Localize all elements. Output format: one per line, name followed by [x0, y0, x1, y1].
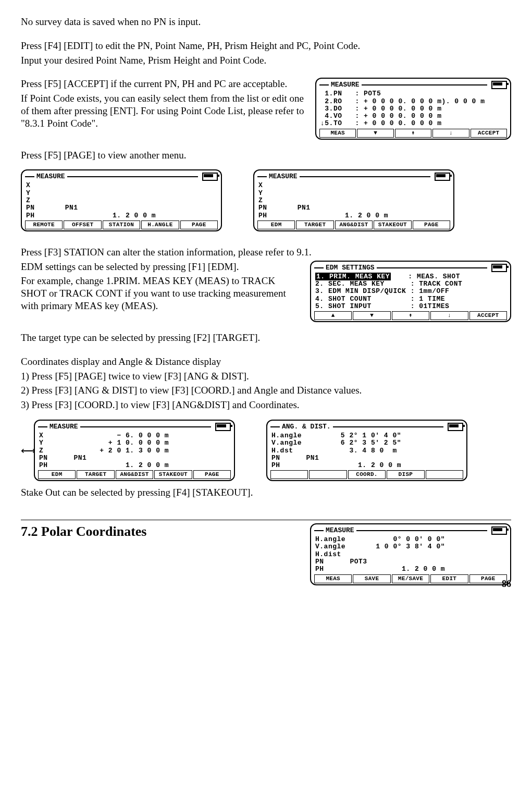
softkey-angdist[interactable]: ANG&DIST: [116, 470, 153, 479]
lcd-row: 3. EDM MIN DISP/QUICK : 1mm/OFF: [315, 288, 506, 295]
softkey-coord[interactable]: COORD.: [348, 470, 386, 479]
lcd-title: ANG. & DIST.: [282, 423, 331, 431]
softkey-hangle[interactable]: H.ANGLE: [141, 220, 179, 229]
softkey-top[interactable]: ↟: [392, 311, 429, 320]
lcd-row: X: [258, 182, 449, 189]
lcd-row: 5. SHOT INPUT : 01TIMES: [315, 303, 506, 310]
screenshot-edm-settings: EDM SETTINGS 1. PRIM. MEAS KEY : MEAS. S…: [310, 261, 511, 322]
lcd-row: Z + 2 0 1. 3 0 0 m: [39, 447, 230, 455]
para: For example, change 1.PRIM. MEAS KEY (ME…: [21, 275, 300, 312]
softkey-meas[interactable]: MEAS: [319, 129, 356, 138]
lcd-row: 4. SHOT COUNT : 1 TIME: [315, 296, 506, 303]
para: Coordinates display and Angle & Distance…: [21, 355, 511, 368]
softkey-station[interactable]: STATION: [103, 220, 140, 229]
screenshot-measure-list: MEASURE 1.PN : POT5 2.RO : + 0 0 0 0. 0 …: [315, 78, 511, 139]
softkey-edit[interactable]: EDIT: [430, 574, 468, 583]
softkey-offset[interactable]: OFFSET: [64, 220, 101, 229]
lcd-row: PH 1. 2 0 0 m: [315, 566, 506, 573]
para: Input your desired Point Name, Prism Hei…: [21, 54, 511, 67]
softkey-stakeout[interactable]: STAKEOUT: [154, 470, 192, 479]
para: Press [F5] [ACCEPT] if the current PN, P…: [21, 78, 305, 90]
lcd-row: PN PN1: [39, 455, 230, 462]
lcd-row: Z: [26, 197, 217, 204]
para: The target type can be selected by press…: [21, 332, 511, 344]
lcd-row: PH 1. 2 0 0 m: [26, 212, 217, 219]
lcd-row: H.angle 0° 0 0′ 0 0″: [315, 536, 506, 543]
lcd-row: 2. SEC. MEAS KEY : TRACK CONT: [315, 280, 506, 288]
para: Press [F3] STATION can alter the station…: [21, 246, 511, 259]
lcd-row: V.angle 6 2° 3 5′ 2 5″: [271, 439, 462, 447]
lcd-row: PH 1. 2 0 0 m: [258, 212, 449, 219]
softkey-accept[interactable]: ACCEPT: [469, 311, 507, 320]
battery-icon: [491, 526, 507, 535]
lcd-title: MEASURE: [50, 423, 78, 431]
lcd-row: PN PN1: [271, 455, 462, 462]
screenshot-measure-polar: MEASURE H.angle 0° 0 0′ 0 0″ V.angle 1 0…: [310, 523, 511, 585]
softkey-meas[interactable]: MEAS: [314, 574, 352, 583]
para: EDM settings can be selected by pressing…: [21, 261, 300, 273]
screenshot-measure-coord: MEASURE X − 6. 0 0 0 m Y + 1 0. 0 0 0 m …: [34, 420, 235, 481]
lcd-title: MEASURE: [36, 173, 65, 180]
lcd-row: X − 6. 0 0 0 m: [39, 432, 230, 439]
lcd-row: PH 1. 2 0 0 m: [39, 462, 230, 469]
softkey-mesave[interactable]: ME/SAVE: [392, 574, 429, 583]
softkey-empty: [309, 470, 347, 479]
lcd-row: PN PN1: [26, 204, 217, 212]
softkey-page[interactable]: PAGE: [193, 470, 231, 479]
lcd-row: 1.PN : POT5: [320, 90, 506, 97]
softkey-target[interactable]: TARGET: [296, 220, 333, 229]
para: Press [F5] [PAGE] to view another menu.: [21, 149, 511, 162]
battery-icon: [215, 423, 231, 431]
softkey-empty: [270, 470, 308, 479]
lcd-row: Y + 1 0. 0 0 0 m: [39, 439, 230, 447]
softkey-remote[interactable]: REMOTE: [25, 220, 63, 229]
softkey-empty: [426, 470, 463, 479]
lcd-row: X: [26, 182, 217, 189]
lcd-row: V.angle 1 0 0° 3 8′ 4 0″: [315, 543, 506, 550]
lcd-row: PN POT3: [315, 558, 506, 566]
softkey-angdist[interactable]: ANG&DIST: [335, 220, 373, 229]
lcd-row: H.dst 3. 4 8 0 m: [271, 447, 462, 455]
para: If Point Code exists, you can easily sel…: [21, 92, 305, 129]
softkey-up[interactable]: ▲: [314, 311, 352, 320]
lcd-row: Y: [26, 190, 217, 197]
softkey-edm[interactable]: EDM: [257, 220, 295, 229]
lcd-row: 2.RO : + 0 0 0 0. 0 0 0 m). 0 0 0 m: [320, 98, 506, 105]
softkey-up[interactable]: ↟: [395, 129, 431, 138]
softkey-accept[interactable]: ACCEPT: [471, 129, 507, 138]
para: 3) Press [F3] [COORD.] to view [F3] [ANG…: [21, 399, 511, 411]
lcd-row: H.dist: [315, 551, 506, 558]
para: 2) Press [F3] [ANG & DIST] to view [F3] …: [21, 384, 511, 397]
lcd-row: Y: [258, 190, 449, 197]
softkey-bottom[interactable]: ↓: [430, 311, 468, 320]
para: No survey data is saved when no PN is in…: [21, 16, 511, 28]
para: 1) Press [F5] [PAGE] twice to view [F3] …: [21, 370, 511, 383]
lcd-row-selected: 1. PRIM. MEAS KEY : MEAS. SHOT: [315, 273, 506, 280]
softkey-disp[interactable]: DISP: [387, 470, 424, 479]
screenshot-ang-dist: ANG. & DIST. H.angle 5 2° 1 0′ 4 0″ V.an…: [266, 420, 467, 481]
softkey-edm[interactable]: EDM: [38, 470, 76, 479]
separator: [21, 520, 511, 520]
softkey-page[interactable]: PAGE: [413, 220, 450, 229]
lcd-title: MEASURE: [331, 81, 360, 89]
lcd-title: MEASURE: [326, 527, 354, 534]
softkey-page[interactable]: PAGE: [180, 220, 218, 229]
screenshot-measure-page2: MEASURE X Y Z PN PN1 PH 1. 2 0 0 m EDM T…: [253, 169, 454, 231]
lcd-title: MEASURE: [269, 173, 298, 180]
softkey-save[interactable]: SAVE: [353, 574, 390, 583]
lcd-row: ↓5.TO : + 0 0 0 0. 0 0 0 m: [320, 120, 506, 127]
para: Stake Out can be selected by pressing [F…: [21, 486, 511, 499]
softkey-target[interactable]: TARGET: [77, 470, 114, 479]
battery-icon: [448, 423, 463, 431]
lcd-row: PH 1. 2 0 0 m: [271, 462, 462, 469]
softkey-arrow[interactable]: ↓: [432, 129, 469, 138]
lcd-row: Z: [258, 197, 449, 204]
softkey-down[interactable]: ▼: [353, 311, 390, 320]
para: Press [F4] [EDIT] to edit the PN, Point …: [21, 40, 511, 52]
section-heading: 7.2 Polar Coordinates: [21, 523, 300, 541]
battery-icon: [202, 173, 218, 181]
lcd-row: PN PN1: [258, 204, 449, 212]
softkey-down[interactable]: ▼: [357, 129, 393, 138]
battery-icon: [491, 81, 507, 89]
softkey-stakeout[interactable]: STAKEOUT: [374, 220, 411, 229]
